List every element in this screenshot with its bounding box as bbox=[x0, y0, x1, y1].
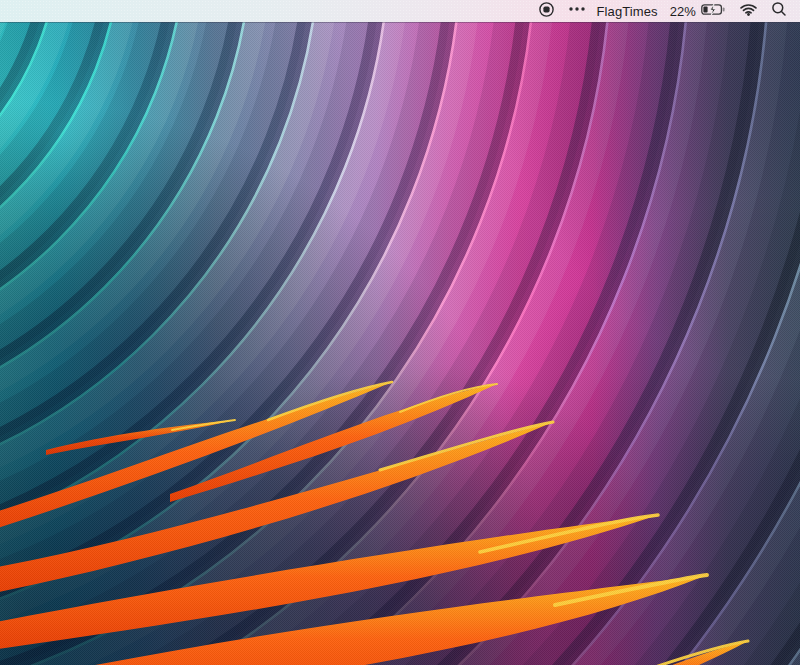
battery-status[interactable]: 22% bbox=[670, 4, 696, 19]
screen-recording-stop-icon bbox=[538, 1, 555, 22]
menu-bar: FlagTimes 22% bbox=[0, 0, 800, 22]
battery-menu[interactable] bbox=[701, 2, 727, 20]
battery-charging-icon bbox=[701, 2, 727, 20]
wifi-menu[interactable] bbox=[740, 2, 757, 20]
wifi-icon bbox=[740, 2, 757, 20]
spotlight-search-button[interactable] bbox=[771, 1, 787, 21]
desktop-wallpaper bbox=[0, 22, 800, 665]
app-title-menu[interactable]: FlagTimes bbox=[597, 4, 658, 19]
screen-recording-stop-button[interactable] bbox=[538, 1, 555, 22]
search-icon bbox=[771, 1, 787, 21]
ellipsis-icon bbox=[568, 1, 586, 21]
macos-desktop-screen: FlagTimes 22% bbox=[0, 0, 800, 665]
app-title: FlagTimes bbox=[597, 4, 658, 19]
more-menu-button[interactable] bbox=[568, 1, 586, 21]
battery-percent-label: 22% bbox=[670, 4, 696, 19]
